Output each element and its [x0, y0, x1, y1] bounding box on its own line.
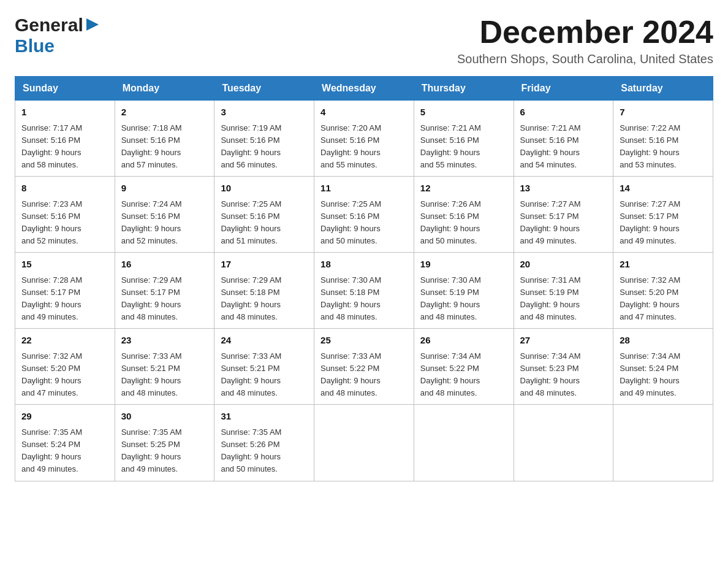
table-row — [514, 405, 613, 481]
table-row: 27 Sunrise: 7:34 AMSunset: 5:23 PMDaylig… — [514, 329, 613, 405]
day-number: 31 — [221, 410, 308, 424]
day-number: 12 — [420, 182, 507, 196]
table-row: 4 Sunrise: 7:20 AMSunset: 5:16 PMDayligh… — [314, 101, 414, 177]
day-info: Sunrise: 7:35 AMSunset: 5:24 PMDaylight:… — [21, 427, 82, 473]
day-number: 14 — [620, 182, 707, 196]
table-row: 5 Sunrise: 7:21 AMSunset: 5:16 PMDayligh… — [414, 101, 514, 177]
day-info: Sunrise: 7:33 AMSunset: 5:22 PMDaylight:… — [320, 351, 381, 397]
day-info: Sunrise: 7:29 AMSunset: 5:17 PMDaylight:… — [121, 275, 182, 321]
table-row: 25 Sunrise: 7:33 AMSunset: 5:22 PMDaylig… — [314, 329, 414, 405]
day-info: Sunrise: 7:25 AMSunset: 5:16 PMDaylight:… — [320, 199, 381, 245]
calendar-body: 1 Sunrise: 7:17 AMSunset: 5:16 PMDayligh… — [15, 101, 713, 481]
day-number: 2 — [121, 105, 208, 120]
header-monday: Monday — [115, 77, 214, 101]
table-row: 12 Sunrise: 7:26 AMSunset: 5:16 PMDaylig… — [414, 177, 514, 253]
table-row: 8 Sunrise: 7:23 AMSunset: 5:16 PMDayligh… — [15, 177, 115, 253]
table-row — [414, 405, 514, 481]
page-header: General Blue December 2024 Southern Shop… — [15, 15, 713, 66]
logo-general-text: General — [15, 15, 83, 36]
calendar-week-row: 15 Sunrise: 7:28 AMSunset: 5:17 PMDaylig… — [15, 253, 713, 329]
calendar-header: Sunday Monday Tuesday Wednesday Thursday… — [15, 77, 713, 101]
day-info: Sunrise: 7:34 AMSunset: 5:22 PMDaylight:… — [420, 351, 481, 397]
day-number: 7 — [620, 105, 707, 120]
day-number: 20 — [520, 258, 607, 272]
day-info: Sunrise: 7:28 AMSunset: 5:17 PMDaylight:… — [21, 275, 82, 321]
table-row: 10 Sunrise: 7:25 AMSunset: 5:16 PMDaylig… — [214, 177, 314, 253]
table-row: 15 Sunrise: 7:28 AMSunset: 5:17 PMDaylig… — [15, 253, 115, 329]
day-info: Sunrise: 7:18 AMSunset: 5:16 PMDaylight:… — [121, 123, 182, 169]
day-info: Sunrise: 7:19 AMSunset: 5:16 PMDaylight:… — [221, 123, 281, 169]
day-number: 19 — [420, 258, 507, 272]
table-row: 13 Sunrise: 7:27 AMSunset: 5:17 PMDaylig… — [514, 177, 613, 253]
table-row: 18 Sunrise: 7:30 AMSunset: 5:18 PMDaylig… — [314, 253, 414, 329]
day-info: Sunrise: 7:35 AMSunset: 5:25 PMDaylight:… — [121, 427, 182, 473]
day-info: Sunrise: 7:27 AMSunset: 5:17 PMDaylight:… — [620, 199, 680, 245]
day-number: 13 — [520, 182, 607, 196]
table-row: 26 Sunrise: 7:34 AMSunset: 5:22 PMDaylig… — [414, 329, 514, 405]
calendar-week-row: 22 Sunrise: 7:32 AMSunset: 5:20 PMDaylig… — [15, 329, 713, 405]
table-row: 7 Sunrise: 7:22 AMSunset: 5:16 PMDayligh… — [613, 101, 713, 177]
day-number: 16 — [121, 258, 208, 272]
calendar-week-row: 29 Sunrise: 7:35 AMSunset: 5:24 PMDaylig… — [15, 405, 713, 481]
day-info: Sunrise: 7:32 AMSunset: 5:20 PMDaylight:… — [21, 351, 82, 397]
day-number: 9 — [121, 182, 208, 196]
day-info: Sunrise: 7:32 AMSunset: 5:20 PMDaylight:… — [620, 275, 680, 321]
header-tuesday: Tuesday — [214, 77, 314, 101]
day-info: Sunrise: 7:30 AMSunset: 5:18 PMDaylight:… — [320, 275, 381, 321]
day-number: 1 — [21, 105, 108, 120]
table-row: 3 Sunrise: 7:19 AMSunset: 5:16 PMDayligh… — [214, 101, 314, 177]
logo-blue-text: Blue — [15, 36, 55, 56]
day-info: Sunrise: 7:27 AMSunset: 5:17 PMDaylight:… — [520, 199, 581, 245]
logo-arrow-icon — [85, 18, 99, 32]
day-info: Sunrise: 7:21 AMSunset: 5:16 PMDaylight:… — [420, 123, 481, 169]
table-row: 23 Sunrise: 7:33 AMSunset: 5:21 PMDaylig… — [115, 329, 214, 405]
table-row: 20 Sunrise: 7:31 AMSunset: 5:19 PMDaylig… — [514, 253, 613, 329]
day-number: 15 — [21, 258, 108, 272]
header-saturday: Saturday — [613, 77, 713, 101]
day-info: Sunrise: 7:24 AMSunset: 5:16 PMDaylight:… — [121, 199, 182, 245]
table-row: 30 Sunrise: 7:35 AMSunset: 5:25 PMDaylig… — [115, 405, 214, 481]
title-area: December 2024 Southern Shops, South Caro… — [457, 15, 713, 66]
day-info: Sunrise: 7:22 AMSunset: 5:16 PMDaylight:… — [620, 123, 680, 169]
day-number: 27 — [520, 334, 607, 348]
day-info: Sunrise: 7:34 AMSunset: 5:23 PMDaylight:… — [520, 351, 581, 397]
calendar-week-row: 1 Sunrise: 7:17 AMSunset: 5:16 PMDayligh… — [15, 101, 713, 177]
day-number: 5 — [420, 105, 507, 120]
table-row: 29 Sunrise: 7:35 AMSunset: 5:24 PMDaylig… — [15, 405, 115, 481]
calendar-week-row: 8 Sunrise: 7:23 AMSunset: 5:16 PMDayligh… — [15, 177, 713, 253]
header-row: Sunday Monday Tuesday Wednesday Thursday… — [15, 77, 713, 101]
table-row: 24 Sunrise: 7:33 AMSunset: 5:21 PMDaylig… — [214, 329, 314, 405]
table-row — [613, 405, 713, 481]
month-title: December 2024 — [457, 15, 713, 50]
day-info: Sunrise: 7:30 AMSunset: 5:19 PMDaylight:… — [420, 275, 481, 321]
logo: General Blue — [15, 15, 99, 56]
day-info: Sunrise: 7:34 AMSunset: 5:24 PMDaylight:… — [620, 351, 680, 397]
day-number: 4 — [320, 105, 408, 120]
day-number: 25 — [320, 334, 408, 348]
day-number: 30 — [121, 410, 208, 424]
table-row: 1 Sunrise: 7:17 AMSunset: 5:16 PMDayligh… — [15, 101, 115, 177]
day-info: Sunrise: 7:29 AMSunset: 5:18 PMDaylight:… — [221, 275, 281, 321]
header-wednesday: Wednesday — [314, 77, 414, 101]
day-number: 23 — [121, 334, 208, 348]
day-info: Sunrise: 7:23 AMSunset: 5:16 PMDaylight:… — [21, 199, 82, 245]
day-number: 26 — [420, 334, 507, 348]
table-row: 31 Sunrise: 7:35 AMSunset: 5:26 PMDaylig… — [214, 405, 314, 481]
table-row: 6 Sunrise: 7:21 AMSunset: 5:16 PMDayligh… — [514, 101, 613, 177]
location-subtitle: Southern Shops, South Carolina, United S… — [457, 52, 713, 66]
day-info: Sunrise: 7:21 AMSunset: 5:16 PMDaylight:… — [520, 123, 581, 169]
day-number: 29 — [21, 410, 108, 424]
table-row: 21 Sunrise: 7:32 AMSunset: 5:20 PMDaylig… — [613, 253, 713, 329]
table-row: 19 Sunrise: 7:30 AMSunset: 5:19 PMDaylig… — [414, 253, 514, 329]
day-info: Sunrise: 7:25 AMSunset: 5:16 PMDaylight:… — [221, 199, 281, 245]
table-row: 9 Sunrise: 7:24 AMSunset: 5:16 PMDayligh… — [115, 177, 214, 253]
day-info: Sunrise: 7:17 AMSunset: 5:16 PMDaylight:… — [21, 123, 82, 169]
table-row: 14 Sunrise: 7:27 AMSunset: 5:17 PMDaylig… — [613, 177, 713, 253]
day-number: 21 — [620, 258, 707, 272]
day-info: Sunrise: 7:35 AMSunset: 5:26 PMDaylight:… — [221, 427, 281, 473]
day-info: Sunrise: 7:20 AMSunset: 5:16 PMDaylight:… — [320, 123, 381, 169]
day-number: 22 — [21, 334, 108, 348]
table-row: 2 Sunrise: 7:18 AMSunset: 5:16 PMDayligh… — [115, 101, 214, 177]
calendar-table: Sunday Monday Tuesday Wednesday Thursday… — [15, 76, 713, 481]
table-row: 11 Sunrise: 7:25 AMSunset: 5:16 PMDaylig… — [314, 177, 414, 253]
